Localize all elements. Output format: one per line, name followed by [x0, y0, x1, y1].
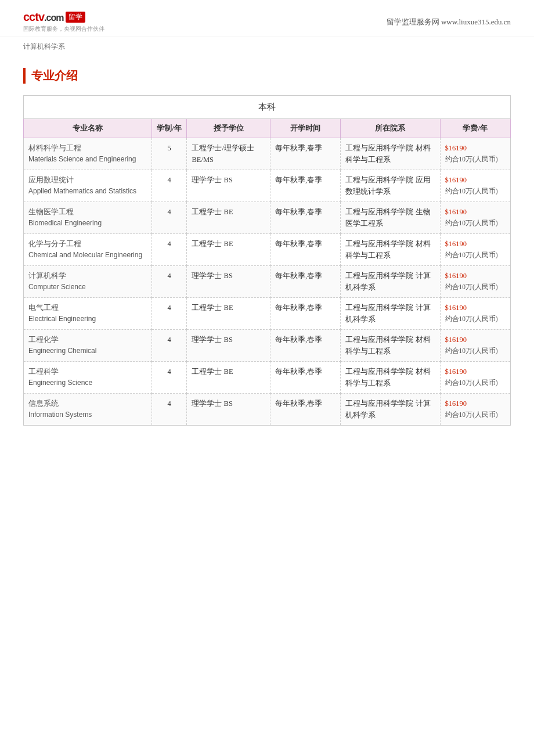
cell-degree: 理学学士 BS — [187, 394, 270, 426]
table-row: 化学与分子工程Chemical and Molecular Engineerin… — [24, 234, 511, 266]
table-top-label: 本科 — [24, 96, 511, 119]
cell-time: 每年秋季,春季 — [270, 330, 340, 362]
cell-dept: 工程与应用科学学院 材料科学与工程系 — [341, 138, 440, 170]
cell-time: 每年秋季,春季 — [270, 138, 340, 170]
cell-time: 每年秋季,春季 — [270, 266, 340, 298]
cell-time: 每年秋季,春季 — [270, 394, 340, 426]
table-header-row: 专业名称 学制/年 授予学位 开学时间 所在院系 学费/年 — [24, 119, 511, 138]
cell-dept: 工程与应用科学学院 材料科学与工程系 — [341, 330, 440, 362]
cell-years: 5 — [151, 138, 187, 170]
cell-fee: $16190约合10万(人民币) — [440, 202, 510, 234]
cell-name: 工程科学Engineering Science — [24, 362, 152, 394]
col-header-fee: 学费/年 — [440, 119, 510, 138]
cell-time: 每年秋季,春季 — [270, 298, 340, 330]
cell-degree: 理学学士 BS — [187, 266, 270, 298]
cell-name: 电气工程Electrical Engineering — [24, 298, 152, 330]
cell-degree: 理学学士 BS — [187, 330, 270, 362]
table-title-row: 本科 — [24, 96, 511, 119]
cell-dept: 工程与应用科学学院 计算机科学系 — [341, 266, 440, 298]
cell-fee: $16190约合10万(人民币) — [440, 170, 510, 202]
site-info: 留学监理服务网 www.liuxue315.edu.cn — [387, 17, 511, 27]
table-row: 电气工程Electrical Engineering4工程学士 BE每年秋季,春… — [24, 298, 511, 330]
cell-name: 计算机科学Computer Science — [24, 266, 152, 298]
cell-dept: 工程与应用科学学院 生物医学工程系 — [341, 202, 440, 234]
cell-fee: $16190约合10万(人民币) — [440, 234, 510, 266]
cell-years: 4 — [151, 170, 187, 202]
page-content: 专业介绍 本科 专业名称 学制/年 授予学位 开学时间 所在院系 学费/年 材料… — [0, 56, 534, 449]
page-header: cctv.com 留学 国际教育服务，央视网合作伙伴 留学监理服务网 www.l… — [0, 0, 534, 37]
cell-time: 每年秋季,春季 — [270, 362, 340, 394]
cell-dept: 工程与应用科学学院 应用数理统计学系 — [341, 170, 440, 202]
cell-dept: 工程与应用科学学院 材料科学与工程系 — [341, 362, 440, 394]
table-row: 生物医学工程Biomedical Engineering4工程学士 BE每年秋季… — [24, 202, 511, 234]
table-row: 材料科学与工程Materials Science and Engineering… — [24, 138, 511, 170]
cell-name: 信息系统Information Systems — [24, 394, 152, 426]
cell-degree: 工程学士/理学硕士 BE/MS — [187, 138, 270, 170]
cell-name: 应用数理统计Applied Mathematics and Statistics — [24, 170, 152, 202]
cell-name: 生物医学工程Biomedical Engineering — [24, 202, 152, 234]
cell-years: 4 — [151, 298, 187, 330]
cell-time: 每年秋季,春季 — [270, 170, 340, 202]
cell-fee: $16190约合10万(人民币) — [440, 138, 510, 170]
cell-degree: 工程学士 BE — [187, 362, 270, 394]
cell-years: 4 — [151, 234, 187, 266]
cell-fee: $16190约合10万(人民币) — [440, 298, 510, 330]
programs-table: 本科 专业名称 学制/年 授予学位 开学时间 所在院系 学费/年 材料科学与工程… — [23, 95, 511, 426]
col-header-name: 专业名称 — [24, 119, 152, 138]
table-row: 工程科学Engineering Science4工程学士 BE每年秋季,春季工程… — [24, 362, 511, 394]
cell-years: 4 — [151, 202, 187, 234]
cell-years: 4 — [151, 394, 187, 426]
cell-time: 每年秋季,春季 — [270, 202, 340, 234]
cell-name: 化学与分子工程Chemical and Molecular Engineerin… — [24, 234, 152, 266]
cell-years: 4 — [151, 362, 187, 394]
table-row: 信息系统Information Systems4理学学士 BS每年秋季,春季工程… — [24, 394, 511, 426]
cctv-logo: cctv.com — [23, 10, 63, 24]
cell-name: 工程化学Engineering Chemical — [24, 330, 152, 362]
cell-dept: 工程与应用科学学院 计算机科学系 — [341, 394, 440, 426]
cell-degree: 工程学士 BE — [187, 202, 270, 234]
cell-fee: $16190约合10万(人民币) — [440, 394, 510, 426]
section-title: 专业介绍 — [23, 68, 511, 84]
cell-degree: 理学学士 BS — [187, 170, 270, 202]
col-header-degree: 授予学位 — [187, 119, 270, 138]
cell-degree: 工程学士 BE — [187, 298, 270, 330]
cell-fee: $16190约合10万(人民币) — [440, 266, 510, 298]
tagline: 国际教育服务，央视网合作伙伴 — [23, 25, 104, 33]
breadcrumb-text: 计算机科学系 — [23, 42, 65, 51]
liuxue-badge: 留学 — [66, 12, 85, 23]
col-header-time: 开学时间 — [270, 119, 340, 138]
logo-block: cctv.com 留学 国际教育服务，央视网合作伙伴 — [23, 10, 104, 33]
col-header-dept: 所在院系 — [341, 119, 440, 138]
col-header-years: 学制/年 — [151, 119, 187, 138]
table-row: 应用数理统计Applied Mathematics and Statistics… — [24, 170, 511, 202]
breadcrumb: 计算机科学系 — [0, 37, 534, 56]
cell-dept: 工程与应用科学学院 计算机科学系 — [341, 298, 440, 330]
cell-years: 4 — [151, 330, 187, 362]
cell-name: 材料科学与工程Materials Science and Engineering — [24, 138, 152, 170]
table-row: 工程化学Engineering Chemical4理学学士 BS每年秋季,春季工… — [24, 330, 511, 362]
cell-fee: $16190约合10万(人民币) — [440, 362, 510, 394]
cell-dept: 工程与应用科学学院 材料科学与工程系 — [341, 234, 440, 266]
cell-degree: 工程学士 BE — [187, 234, 270, 266]
table-row: 计算机科学Computer Science4理学学士 BS每年秋季,春季工程与应… — [24, 266, 511, 298]
cell-years: 4 — [151, 266, 187, 298]
logo-area: cctv.com 留学 国际教育服务，央视网合作伙伴 — [23, 10, 104, 33]
cell-fee: $16190约合10万(人民币) — [440, 330, 510, 362]
cell-time: 每年秋季,春季 — [270, 234, 340, 266]
